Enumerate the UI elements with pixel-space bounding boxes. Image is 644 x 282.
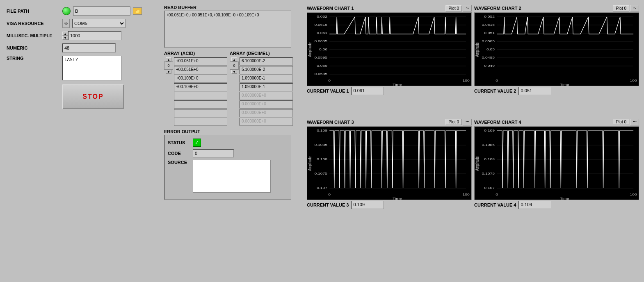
folder-icon[interactable]: 📁 <box>133 7 142 15</box>
millisec-up-arrow[interactable]: ▲ <box>62 32 68 36</box>
status-label: STATUS <box>168 140 190 145</box>
arrays-row: ARRAY (ACID) ▲ 0 ▼ +00.061E+0 +00.051E+0… <box>164 51 300 126</box>
svg-text:0.107: 0.107 <box>484 186 495 190</box>
file-path-row: FILE PATH 📁 <box>7 7 156 16</box>
chart4-title: WAVEFORM CHART 4 <box>474 120 521 125</box>
error-output-label: ERROR OUTPUT <box>164 129 300 134</box>
stop-button[interactable]: STOP <box>62 84 124 109</box>
array-acid-up[interactable]: ▲ <box>166 57 171 61</box>
visa-resource-select[interactable]: COM5 <box>72 19 126 28</box>
svg-text:0.0595: 0.0595 <box>315 56 328 59</box>
chart1-header: WAVEFORM CHART 1 Plot 0 〜 <box>307 5 472 11</box>
svg-text:0.062: 0.062 <box>317 15 327 18</box>
svg-text:Time: Time <box>393 197 402 200</box>
chart4-cv-section: CURRENT VALUE 4 0.109 <box>474 201 639 209</box>
led-green <box>62 7 71 15</box>
svg-text:0.0605: 0.0605 <box>315 39 328 43</box>
chart2-cv-value: 0.051 <box>518 87 551 95</box>
string-textarea[interactable]: LAST? <box>62 56 122 80</box>
read-buffer-section: READ BUFFER +00.061E+0,+00.051E+0,+00.10… <box>164 5 300 48</box>
millisec-input[interactable] <box>68 31 121 40</box>
chart4-plot-button[interactable]: Plot 0 <box>613 119 629 125</box>
chart1-svg: 0.062 0.0615 0.061 0.0605 0.06 0.0595 0.… <box>307 13 471 86</box>
chart4-wave-icon[interactable]: 〜 <box>630 119 639 125</box>
chart1-plot-button[interactable]: Plot 0 <box>445 5 462 11</box>
millisec-label: MILLISEC. MULTIPLE <box>7 33 60 38</box>
svg-text:0.05: 0.05 <box>486 48 495 51</box>
array-acid-label: ARRAY (ACID) <box>164 51 227 56</box>
svg-text:0.0515: 0.0515 <box>482 23 495 27</box>
read-buffer-value: +00.061E+0,+00.051E+0,+00.109E+0,+00.109… <box>164 11 291 48</box>
error-box: STATUS ✓ CODE SOURCE <box>164 135 291 200</box>
chart4-controls: Plot 0 〜 <box>613 119 639 125</box>
chart1-wave-icon[interactable]: 〜 <box>463 5 472 11</box>
svg-text:Amplitude: Amplitude <box>308 156 312 171</box>
svg-text:0.107: 0.107 <box>317 186 327 190</box>
numeric-input[interactable] <box>62 43 116 52</box>
chart3-title: WAVEFORM CHART 3 <box>307 120 354 125</box>
chart2-header: WAVEFORM CHART 2 Plot 0 〜 <box>474 5 639 11</box>
array-acid-item-7 <box>174 118 227 126</box>
charts-panel: WAVEFORM CHART 1 Plot 0 〜 0.062 0.0615 0… <box>305 3 641 279</box>
svg-text:0: 0 <box>496 79 498 82</box>
svg-text:0.049: 0.049 <box>484 64 495 68</box>
array-decimel-item-0: 6.100000E-2 <box>240 57 293 66</box>
array-decimel-item-3: 1.090000E-1 <box>240 83 293 91</box>
svg-text:Amplitude: Amplitude <box>475 156 480 171</box>
svg-text:0.0615: 0.0615 <box>315 23 328 27</box>
chart2-controls: Plot 0 〜 <box>613 5 639 11</box>
millisec-down-arrow[interactable]: ▼ <box>62 36 68 40</box>
array-acid-spin-val: 0 <box>164 61 173 70</box>
svg-text:Amplitude: Amplitude <box>308 42 312 57</box>
chart3-cv-label: CURRENT VALUE 3 <box>307 202 349 207</box>
array-decimel-down[interactable]: ▼ <box>231 70 237 74</box>
chart1-container: WAVEFORM CHART 1 Plot 0 〜 0.062 0.0615 0… <box>307 5 472 116</box>
visa-resource-label: VISA RESOURCE <box>7 21 60 26</box>
svg-text:0: 0 <box>328 193 331 196</box>
file-path-input[interactable] <box>73 7 130 16</box>
svg-text:0.0495: 0.0495 <box>482 56 495 59</box>
numeric-row: NUMERIC <box>7 43 156 52</box>
array-acid-down[interactable]: ▼ <box>166 70 171 74</box>
svg-text:0.06: 0.06 <box>319 48 327 51</box>
array-decimel-up[interactable]: ▲ <box>231 57 237 61</box>
array-acid-item-5 <box>174 100 227 109</box>
array-acid-list: +00.061E+0 +00.051E+0 +00.109E+0 +00.109… <box>174 57 227 126</box>
chart1-cv-section: CURRENT VALUE 1 0.061 <box>307 87 472 95</box>
millisec-row: MILLISEC. MULTIPLE ▲ ▼ <box>7 31 156 40</box>
array-decimel-spinbox: ▲ 0 ▼ <box>230 57 239 74</box>
chart2-plot-button[interactable]: Plot 0 <box>613 5 629 11</box>
array-decimel-item-4: 0.000000E+0 <box>240 92 293 100</box>
string-section: STRING LAST? <box>7 56 156 80</box>
chart2-cv-section: CURRENT VALUE 2 0.051 <box>474 87 639 95</box>
chart2-wave-icon[interactable]: 〜 <box>630 5 639 11</box>
chart2-waveform: 0.052 0.0515 0.051 0.0505 0.05 0.0495 0.… <box>474 12 639 86</box>
svg-text:0: 0 <box>496 193 498 196</box>
svg-text:0.109: 0.109 <box>317 129 327 132</box>
visa-prefix: ½ <box>62 19 70 28</box>
chart4-svg: 0.109 0.1085 0.108 0.1075 0.107 Amplitud… <box>475 127 639 200</box>
array-decimel-item-5: 0.000000E+0 <box>240 100 293 109</box>
chart3-cv-value: 0.109 <box>351 201 384 209</box>
code-label: CODE <box>168 151 190 156</box>
array-acid-spinbox: ▲ 0 ▼ <box>164 57 173 74</box>
chart3-container: WAVEFORM CHART 3 Plot 0 〜 0.109 0.1085 0… <box>307 119 472 230</box>
svg-text:Time: Time <box>393 83 402 86</box>
millisec-arrows: ▲ ▼ <box>62 32 68 40</box>
array-acid-with-spin: ▲ 0 ▼ +00.061E+0 +00.051E+0 +00.109E+0 +… <box>164 57 227 126</box>
chart3-wave-icon[interactable]: 〜 <box>463 119 472 125</box>
array-decimel-item-2: 1.090000E-1 <box>240 75 293 83</box>
chart2-title: WAVEFORM CHART 2 <box>474 6 521 11</box>
svg-text:0.1075: 0.1075 <box>482 172 495 175</box>
chart3-plot-button[interactable]: Plot 0 <box>445 119 462 125</box>
chart2-svg: 0.052 0.0515 0.051 0.0505 0.05 0.0495 0.… <box>475 13 639 86</box>
source-textarea[interactable] <box>193 160 271 193</box>
array-decimel-item-7: 0.000000E+0 <box>240 118 293 126</box>
svg-text:0: 0 <box>328 79 331 82</box>
visa-resource-row: VISA RESOURCE ½ COM5 <box>7 19 156 28</box>
code-input[interactable] <box>193 149 234 157</box>
millisec-spinbox: ▲ ▼ <box>62 31 121 40</box>
svg-text:0.108: 0.108 <box>317 157 327 161</box>
code-row: CODE <box>168 149 288 157</box>
chart4-cv-value: 0.109 <box>518 201 551 209</box>
